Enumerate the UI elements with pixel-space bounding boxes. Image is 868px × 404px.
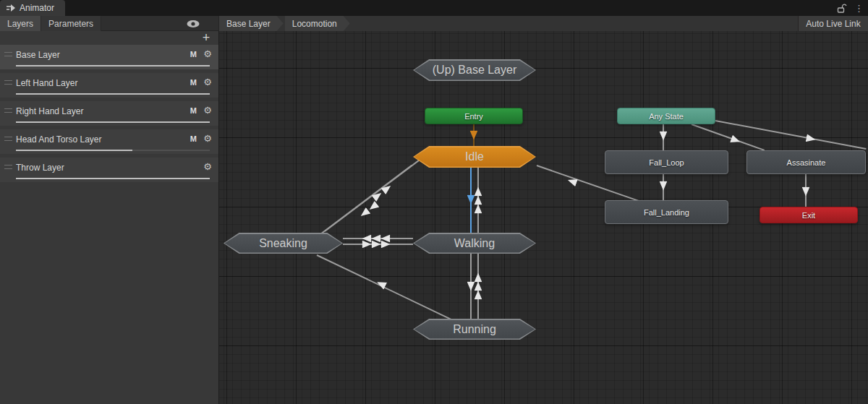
- transition-arrow-icon: [475, 273, 482, 283]
- transition-anystate-to-assasinate-corner[interactable]: [715, 120, 866, 150]
- state-node-face: Running: [414, 320, 535, 339]
- transition-idle-to-sneaking[interactable]: [317, 165, 412, 237]
- window-tab-title: Animator: [20, 3, 54, 13]
- layer-name: Head And Torso Layer: [16, 134, 102, 145]
- animator-icon: [6, 4, 16, 12]
- mute-button[interactable]: M: [190, 78, 197, 87]
- layer-weight-fill: [16, 93, 210, 95]
- layer-row-right-hand-layer[interactable]: Right Hand LayerM⚙: [0, 101, 218, 126]
- drag-handle-icon[interactable]: [4, 165, 12, 169]
- transition-arrow-icon: [367, 201, 379, 213]
- layer-name: Base Layer: [16, 50, 60, 60]
- state-label: Sneaking: [259, 237, 307, 250]
- layer-name: Left Hand Layer: [16, 78, 77, 88]
- layers-panel: + Base LayerM⚙Left Hand LayerM⚙Right Han…: [0, 31, 218, 404]
- drag-handle-icon[interactable]: [4, 108, 12, 113]
- state-node-entry[interactable]: Entry: [425, 108, 523, 124]
- add-layer-button[interactable]: +: [200, 32, 213, 45]
- state-label: Any State: [649, 112, 684, 121]
- drag-handle-icon[interactable]: [4, 52, 12, 56]
- state-node-assasinate[interactable]: Assasinate: [746, 150, 866, 174]
- unlocked-lock-icon[interactable]: [836, 3, 847, 14]
- transition-arrow-icon: [660, 132, 668, 141]
- transition-running-to-sneaking[interactable]: [317, 254, 454, 321]
- layer-weight-slider[interactable]: [16, 178, 210, 179]
- state-machine-canvas[interactable]: (Up) Base LayerEntryAny StateIdleFall_Lo…: [218, 31, 868, 404]
- layer-name: Throw Layer: [16, 163, 64, 173]
- visibility-eye-icon[interactable]: [185, 18, 201, 30]
- state-label: Assasinate: [787, 158, 826, 167]
- window-menu-icon[interactable]: ⋮: [854, 3, 864, 14]
- state-label: Fall_Landing: [644, 208, 689, 217]
- window-titlebar: Animator ⋮: [0, 0, 868, 16]
- transition-arrow-icon: [475, 196, 482, 205]
- transition-arrow-icon: [660, 181, 668, 191]
- layer-row-left-hand-layer[interactable]: Left Hand LayerM⚙: [0, 73, 218, 98]
- gear-icon[interactable]: ⚙: [203, 105, 212, 116]
- transition-arrow-icon: [467, 282, 475, 291]
- drag-handle-icon[interactable]: [4, 80, 12, 85]
- transition-arrow-icon: [470, 131, 478, 140]
- transition-arrow-icon: [467, 195, 475, 205]
- state-node-idle[interactable]: Idle: [413, 146, 536, 168]
- tab-layers[interactable]: Layers: [0, 16, 41, 31]
- layer-weight-slider[interactable]: [16, 150, 210, 151]
- transition-arrow-icon: [358, 207, 370, 220]
- state-node-face: Idle: [414, 147, 535, 167]
- layer-weight-fill: [16, 121, 210, 123]
- state-node-sneaking[interactable]: Sneaking: [224, 233, 343, 254]
- transition-arrow-icon: [475, 282, 482, 291]
- state-node-running[interactable]: Running: [413, 319, 536, 340]
- gear-icon[interactable]: ⚙: [203, 133, 212, 144]
- transition-arrow-icon: [475, 205, 482, 214]
- state-node-fall-loop[interactable]: Fall_Loop: [605, 150, 728, 174]
- auto-live-link-button[interactable]: Auto Live Link: [798, 16, 868, 31]
- state-label: Walking: [454, 237, 495, 250]
- layer-name: Right Hand Layer: [16, 106, 83, 116]
- layer-row-head-and-torso-layer[interactable]: Head And Torso LayerM⚙: [0, 129, 218, 154]
- layer-weight-fill: [16, 150, 132, 151]
- state-node-face: (Up) Base Layer: [414, 61, 535, 80]
- state-label: Idle: [465, 150, 484, 163]
- state-node-exit[interactable]: Exit: [760, 207, 858, 223]
- state-node-any-state[interactable]: Any State: [617, 108, 715, 124]
- breadcrumb-item-base-layer[interactable]: Base Layer: [219, 16, 284, 31]
- transition-arrow-icon: [802, 187, 810, 197]
- layer-add-row: +: [0, 31, 218, 45]
- mute-button[interactable]: M: [190, 106, 197, 115]
- layer-weight-fill: [16, 65, 210, 66]
- mute-button[interactable]: M: [190, 50, 197, 59]
- state-node-up-base-layer[interactable]: (Up) Base Layer: [413, 59, 536, 81]
- gear-icon[interactable]: ⚙: [203, 48, 212, 59]
- state-label: Running: [453, 323, 496, 336]
- layer-row-throw-layer[interactable]: Throw Layer⚙: [0, 158, 218, 182]
- gear-icon[interactable]: ⚙: [203, 161, 212, 172]
- drag-handle-icon[interactable]: [4, 137, 12, 141]
- animator-window-tab[interactable]: Animator: [0, 0, 65, 16]
- toolbar: LayersParameters Base LayerLocomotion Au…: [0, 16, 868, 31]
- state-node-face: Walking: [414, 234, 535, 253]
- breadcrumb-item-locomotion[interactable]: Locomotion: [285, 16, 350, 31]
- state-node-face: Sneaking: [225, 234, 342, 253]
- layer-weight-slider[interactable]: [16, 65, 210, 66]
- mute-button[interactable]: M: [190, 134, 197, 143]
- state-label: Fall_Loop: [649, 158, 684, 167]
- gear-icon[interactable]: ⚙: [203, 77, 212, 87]
- state-label: (Up) Base Layer: [433, 64, 517, 77]
- breadcrumb: Base LayerLocomotion: [218, 16, 798, 31]
- layer-row-base-layer[interactable]: Base LayerM⚙: [0, 45, 218, 69]
- layer-weight-fill: [16, 178, 210, 179]
- state-node-walking[interactable]: Walking: [413, 233, 536, 254]
- tab-parameters[interactable]: Parameters: [41, 16, 101, 31]
- animator-window: Animator ⋮ LayersParameters Base LayerLo…: [0, 0, 868, 404]
- state-label: Entry: [464, 112, 483, 121]
- layer-weight-slider[interactable]: [16, 93, 210, 95]
- transition-arrow-icon: [475, 187, 482, 197]
- transition-arrow-icon: [475, 291, 482, 300]
- state-label: Exit: [802, 211, 815, 220]
- state-node-fall-landing[interactable]: Fall_Landing: [605, 200, 728, 224]
- layer-weight-slider[interactable]: [16, 121, 210, 123]
